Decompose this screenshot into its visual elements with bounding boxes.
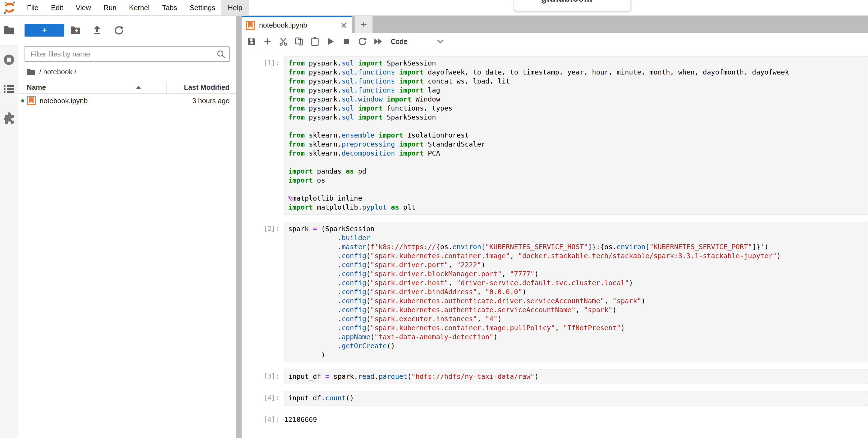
- add-cell-button[interactable]: [259, 34, 275, 49]
- tab-notebook[interactable]: notebook.ipynb ×: [242, 16, 352, 33]
- column-header-modified[interactable]: Last Modified: [166, 83, 236, 92]
- cell-editor[interactable]: input_df.count(): [284, 391, 868, 406]
- notebook-toolbar: Code: [242, 33, 868, 50]
- close-tab-icon[interactable]: ×: [339, 21, 348, 29]
- refresh-icon: [114, 26, 124, 35]
- code-cell-1[interactable]: [1]:from pyspark.sql import SparkSession…: [259, 56, 868, 215]
- sidebar-tab-toc[interactable]: [0, 74, 18, 104]
- file-row-notebook[interactable]: notebook.ipynb 3 hours ago: [18, 94, 236, 108]
- refresh-button[interactable]: [108, 24, 130, 36]
- cell-prompt: [4]:: [259, 413, 284, 424]
- cell-prompt: [4]:: [259, 391, 284, 406]
- interrupt-kernel-button[interactable]: [339, 34, 354, 49]
- new-folder-icon: [70, 26, 80, 34]
- dock-tab-bar: notebook.ipynb × +: [242, 16, 868, 33]
- folder-icon: [4, 26, 14, 35]
- code-cell-3[interactable]: [3]:input_df = spark.read.parquet("hdfs:…: [259, 370, 868, 384]
- menu-bar: File Edit View Run Kernel Tabs Settings …: [0, 0, 868, 16]
- cut-cell-button[interactable]: [275, 34, 291, 49]
- save-icon: [247, 37, 256, 46]
- left-sidebar-iconbar: [0, 16, 18, 438]
- menu-run[interactable]: Run: [97, 0, 123, 15]
- copy-icon: [295, 37, 304, 46]
- home-folder-icon[interactable]: [27, 68, 35, 76]
- cell-editor[interactable]: spark = (SparkSession .builder .master(f…: [284, 222, 868, 362]
- list-icon: [4, 85, 14, 93]
- new-folder-button[interactable]: [64, 24, 86, 36]
- cell-prompt: [2]:: [259, 222, 284, 362]
- menu-help[interactable]: Help: [221, 0, 248, 15]
- run-cell-button[interactable]: [323, 34, 339, 49]
- cell-editor[interactable]: from pyspark.sql import SparkSessionfrom…: [284, 56, 868, 215]
- code-cell-4[interactable]: [4]:input_df.count(): [259, 391, 868, 406]
- file-browser-panel: +: [18, 16, 236, 438]
- sidebar-tab-running[interactable]: [0, 45, 18, 74]
- restart-run-all-button[interactable]: [370, 34, 386, 49]
- link-preview-url: github.com: [541, 0, 592, 4]
- file-list-header: Name Last Modified: [18, 81, 236, 94]
- restart-icon: [358, 37, 367, 46]
- paste-cell-button[interactable]: [307, 34, 323, 49]
- main-dock-panel: notebook.ipynb × +: [242, 16, 868, 438]
- upload-button[interactable]: [86, 24, 108, 36]
- menu-tabs[interactable]: Tabs: [156, 0, 183, 15]
- sort-ascending-icon: [136, 86, 141, 89]
- paste-icon: [311, 37, 319, 46]
- upload-icon: [93, 26, 101, 35]
- sidebar-tab-extensions[interactable]: [0, 104, 18, 133]
- new-tab-button[interactable]: +: [355, 16, 373, 33]
- notebook-tab-icon: [246, 21, 255, 30]
- file-filter-input[interactable]: [25, 47, 229, 62]
- cell-output-text: 12106669: [284, 413, 317, 424]
- kernel-running-dot: [21, 99, 24, 103]
- fast-forward-icon: [374, 38, 383, 45]
- chevron-down-icon: [437, 39, 444, 43]
- new-launcher-button[interactable]: +: [25, 24, 64, 36]
- tab-label: notebook.ipynb: [259, 21, 339, 29]
- sidebar-tab-filebrowser[interactable]: [0, 16, 18, 45]
- stackable-logo-icon: [3, 1, 17, 14]
- cell-output-4[interactable]: [4]:12106669: [259, 413, 868, 424]
- cell-prompt: [3]:: [259, 370, 284, 384]
- stop-circle-icon: [3, 54, 15, 66]
- menu-settings[interactable]: Settings: [183, 0, 221, 15]
- breadcrumb[interactable]: / notebook /: [18, 62, 236, 81]
- link-preview-popup: github.com: [514, 0, 631, 11]
- file-browser-toolbar: +: [18, 16, 236, 39]
- column-header-name[interactable]: Name: [18, 81, 166, 93]
- scissors-icon: [279, 37, 288, 46]
- menu-view[interactable]: View: [69, 0, 97, 15]
- breadcrumb-path[interactable]: / notebook /: [39, 68, 76, 76]
- menu-file[interactable]: File: [21, 0, 45, 15]
- notebook-file-icon: [27, 96, 36, 105]
- puzzle-icon: [3, 112, 15, 124]
- file-name: notebook.ipynb: [39, 97, 160, 105]
- cell-type-value: Code: [391, 37, 407, 46]
- file-filter: [25, 47, 229, 62]
- menu-kernel[interactable]: Kernel: [123, 0, 156, 15]
- stop-icon: [343, 38, 350, 45]
- cell-editor[interactable]: input_df = spark.read.parquet("hdfs://hd…: [284, 370, 868, 384]
- play-icon: [327, 37, 335, 46]
- notebook-cells: [1]:from pyspark.sql import SparkSession…: [242, 50, 868, 438]
- copy-cell-button[interactable]: [291, 34, 307, 49]
- file-modified: 3 hours ago: [160, 97, 236, 105]
- panel-splitter[interactable]: [236, 16, 242, 438]
- code-cell-2[interactable]: [2]:spark = (SparkSession .builder .mast…: [259, 222, 868, 362]
- search-icon: [217, 50, 226, 59]
- plus-icon: [264, 38, 271, 45]
- menu-edit[interactable]: Edit: [45, 0, 69, 15]
- restart-kernel-button[interactable]: [354, 34, 370, 49]
- save-button[interactable]: [244, 34, 259, 49]
- cell-prompt: [1]:: [259, 56, 284, 215]
- cell-type-dropdown[interactable]: Code: [391, 37, 444, 46]
